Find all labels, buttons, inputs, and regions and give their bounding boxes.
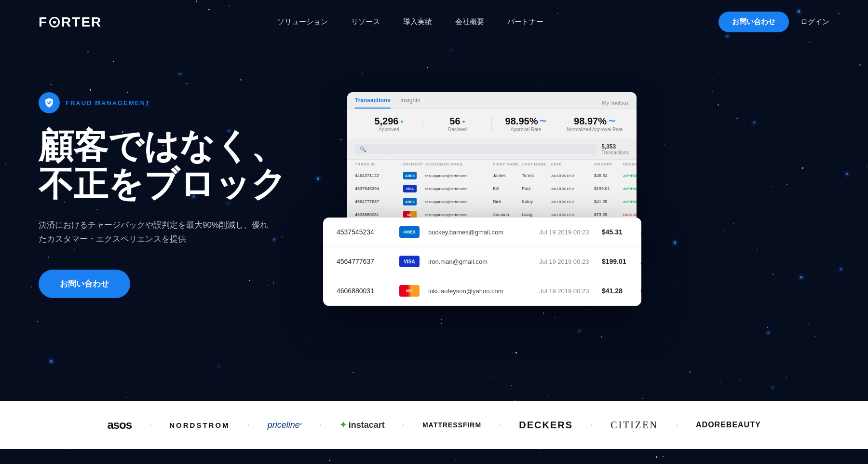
logo-instacart: ✦instacart <box>322 420 402 430</box>
logo: FRTER <box>39 14 102 30</box>
nav-contact-button[interactable]: お問い合わせ <box>719 12 789 32</box>
table-row: 4564777637 AMEX test.approve@forter.com … <box>347 195 637 208</box>
shield-circle <box>39 92 60 113</box>
metric-declined: 56 ● Declined <box>423 116 492 132</box>
nav-login-button[interactable]: ログイン <box>800 17 829 27</box>
nav-links: ソリューション リソース 導入実績 会社概要 パートナー <box>277 17 543 27</box>
table-row: 4537545294 VISA test.approve@forter.com … <box>347 182 637 195</box>
dashboard-bg-card: Transactions Insights My Toolbox 5,296 ●… <box>347 92 637 234</box>
dashboard-front-card: 4537545234 AMEX buckey.barnes@gmail.com … <box>323 218 641 306</box>
nav-link-partners[interactable]: パートナー <box>507 17 543 27</box>
hero-title: 顧客ではなく、 不正をブロック <box>39 127 309 203</box>
dash-tab-insights[interactable]: Insights <box>400 97 420 109</box>
nav-link-resources[interactable]: リソース <box>351 17 380 27</box>
expanded-table-row: 4564777637 VISA iron.man@gmail.com Jul 1… <box>323 247 641 276</box>
hero-section: FRAUD MANAGEMENT 顧客ではなく、 不正をブロック 決済におけるチ… <box>0 44 868 401</box>
logo-asos: asos <box>90 418 149 432</box>
hero-description: 決済におけるチャージバックや誤判定を最大90%削減し、優れたカスタマー・エクスペ… <box>39 218 270 246</box>
expanded-table-row: 4537545234 AMEX buckey.barnes@gmail.com … <box>323 218 641 247</box>
hero-title-line1: 顧客ではなく、 <box>39 126 285 165</box>
logo-citizen: CITIZEN <box>593 420 676 431</box>
dash-my-toolbox: My Toolbox <box>602 100 629 106</box>
dash-tab-transactions[interactable]: Transactions <box>355 97 391 109</box>
metric-approved: 5,296 ● Approved <box>355 116 423 132</box>
hero-right: Transactions Insights My Toolbox 5,296 ●… <box>309 63 829 73</box>
metric-normalized-rate: 98.97% 〜 Normalized Approval Rate <box>560 116 629 132</box>
fraud-label: FRAUD MANAGEMENT <box>66 99 150 107</box>
shield-icon <box>44 97 54 108</box>
navbar: FRTER ソリューション リソース 導入実績 会社概要 パートナー お問い合わ… <box>0 0 868 44</box>
table-row: 4464371122 AMEX test.approve@forter.com … <box>347 169 637 182</box>
logo-text: FRTER <box>39 14 102 30</box>
expanded-rows: 4537545234 AMEX buckey.barnes@gmail.com … <box>323 218 641 306</box>
logo-deckers: DECKERS <box>502 420 590 431</box>
logo-adorebeauty: ADOREBEAUTY <box>678 421 778 429</box>
logo-nordstrom: NORDSTROM <box>152 421 247 429</box>
dash-search[interactable]: 🔍 <box>355 144 597 154</box>
hero-left: FRAUD MANAGEMENT 顧客ではなく、 不正をブロック 決済におけるチ… <box>39 63 309 298</box>
dash-table-header: TRANS ID PAYMENT CUSTOMER EMAIL FIRST NA… <box>347 160 637 169</box>
hero-contact-button[interactable]: お問い合わせ <box>39 270 130 298</box>
logo-icon <box>49 17 60 27</box>
nav-link-cases[interactable]: 導入実績 <box>403 17 432 27</box>
hero-title-line2: 不正をブロック <box>39 164 286 203</box>
logo-priceline: priceline* <box>250 420 319 430</box>
fraud-badge: FRAUD MANAGEMENT <box>39 92 309 113</box>
nav-actions: お問い合わせ ログイン <box>719 12 829 32</box>
dash-count-display: 5,353 Transactions <box>601 143 629 155</box>
metric-approval-rate: 98.95% 〜 Approval Rate <box>492 116 560 132</box>
logo-mattressfirm: MattressFIRM <box>405 421 499 429</box>
expanded-table-row: 4606880031 MC loki.laufeyson@yahoo.com J… <box>323 276 641 306</box>
logos-bar: asos · NORDSTROM · priceline* · ✦instaca… <box>0 401 868 449</box>
nav-link-solutions[interactable]: ソリューション <box>277 17 328 27</box>
nav-link-about[interactable]: 会社概要 <box>455 17 484 27</box>
